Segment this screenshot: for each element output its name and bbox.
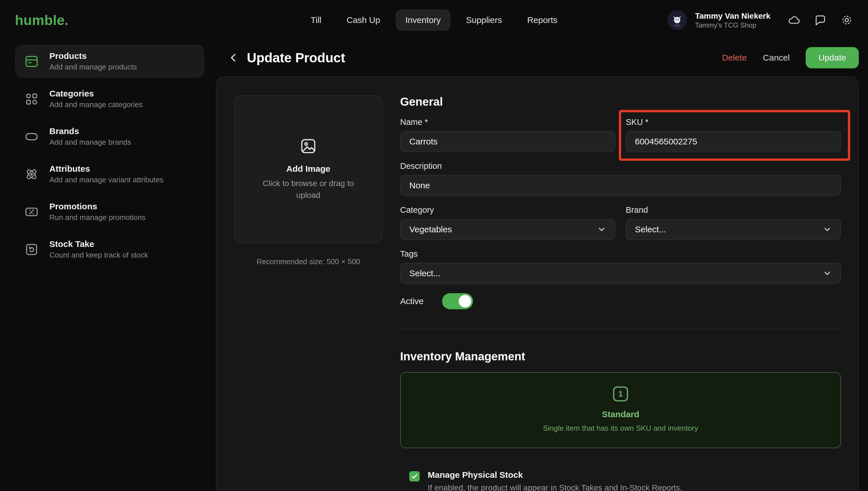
sidebar-item-title: Attributes bbox=[49, 164, 163, 174]
sidebar-item-title: Stock Take bbox=[49, 239, 148, 249]
product-form-card: Add Image Click to browse or drag to upl… bbox=[216, 76, 859, 491]
toggle-knob bbox=[459, 295, 471, 308]
type-card-subtitle: Single item that has its own SKU and inv… bbox=[543, 424, 698, 433]
upload-subtitle: Click to browse or drag to upload bbox=[257, 178, 359, 201]
active-toggle[interactable] bbox=[442, 293, 473, 309]
topbar-icons bbox=[788, 14, 853, 26]
active-row: Active bbox=[400, 293, 841, 309]
sidebar-item-subtitle: Add and manage brands bbox=[49, 138, 131, 147]
back-button[interactable] bbox=[224, 48, 243, 67]
chat-icon[interactable] bbox=[814, 14, 827, 26]
sidebar-item-title: Promotions bbox=[49, 202, 146, 211]
category-label: Category bbox=[400, 205, 616, 215]
cancel-button[interactable]: Cancel bbox=[763, 53, 790, 63]
standard-type-icon: 1 bbox=[613, 386, 628, 401]
nav-item-cash-up[interactable]: Cash Up bbox=[337, 9, 390, 31]
tags-field-group: Tags Select... bbox=[400, 249, 841, 284]
form-column: General Name * SKU * Descrip bbox=[400, 95, 841, 491]
name-field-group: Name * bbox=[400, 117, 616, 152]
name-input[interactable] bbox=[400, 131, 616, 152]
nav-item-inventory[interactable]: Inventory bbox=[395, 9, 450, 31]
sidebar-item-subtitle: Run and manage promotions bbox=[49, 213, 146, 222]
sidebar-item-promotions[interactable]: Promotions Run and manage promotions bbox=[15, 195, 204, 228]
sidebar-item-subtitle: Count and keep track of stock bbox=[49, 251, 148, 260]
nav-item-suppliers[interactable]: Suppliers bbox=[456, 9, 512, 31]
humble-logo: humble. bbox=[15, 12, 69, 28]
brand-label: Brand bbox=[626, 205, 841, 215]
sidebar: Products Add and manage products Categor… bbox=[0, 40, 216, 491]
brand-select-value: Select... bbox=[635, 225, 666, 234]
sidebar-item-attributes[interactable]: Attributes Add and manage variant attrib… bbox=[15, 157, 204, 191]
sidebar-item-subtitle: Add and manage products bbox=[49, 63, 137, 71]
sidebar-item-title: Categories bbox=[49, 89, 143, 98]
categories-icon bbox=[23, 92, 40, 107]
brands-icon bbox=[23, 129, 40, 144]
manage-stock-label: Manage Physical Stock bbox=[428, 470, 682, 480]
user-name: Tammy Van Niekerk bbox=[695, 11, 770, 21]
app-window: humble. Till Cash Up Inventory Suppliers… bbox=[0, 0, 868, 491]
delete-button[interactable]: Delete bbox=[722, 53, 747, 63]
nav-item-till[interactable]: Till bbox=[301, 9, 331, 31]
user-org: Tammy's TCG Shop bbox=[695, 21, 770, 30]
sidebar-item-stock-take[interactable]: Stock Take Count and keep track of stock bbox=[15, 233, 204, 266]
cloud-sync-icon[interactable] bbox=[788, 14, 800, 26]
header-actions: Delete Cancel Update bbox=[722, 47, 859, 68]
sidebar-item-subtitle: Add and manage categories bbox=[49, 100, 143, 109]
sidebar-item-title: Brands bbox=[49, 126, 131, 136]
update-button[interactable]: Update bbox=[806, 47, 859, 68]
description-input[interactable] bbox=[400, 175, 841, 196]
brand-select[interactable]: Select... bbox=[626, 219, 841, 240]
name-label: Name * bbox=[400, 117, 616, 127]
category-select[interactable]: Vegetables bbox=[400, 219, 616, 240]
tags-select-value: Select... bbox=[409, 268, 440, 278]
sku-input[interactable] bbox=[626, 131, 841, 152]
manage-stock-row: Manage Physical Stock If enabled, the pr… bbox=[409, 470, 841, 491]
type-card-title: Standard bbox=[602, 409, 639, 419]
image-column: Add Image Click to browse or drag to upl… bbox=[234, 95, 383, 266]
description-field-group: Description bbox=[400, 162, 841, 196]
tags-label: Tags bbox=[400, 249, 841, 259]
body-row: Products Add and manage products Categor… bbox=[0, 40, 868, 491]
manage-stock-checkbox[interactable] bbox=[409, 471, 420, 482]
sidebar-item-products[interactable]: Products Add and manage products bbox=[15, 45, 204, 78]
image-icon bbox=[300, 138, 317, 157]
tags-select[interactable]: Select... bbox=[400, 263, 841, 284]
manage-stock-description: If enabled, the product will appear in S… bbox=[428, 483, 682, 491]
sidebar-item-brands[interactable]: Brands Add and manage brands bbox=[15, 120, 204, 153]
product-type-standard-card[interactable]: 1 Standard Single item that has its own … bbox=[400, 372, 841, 448]
main-content: Update Product Delete Cancel Update Add … bbox=[216, 40, 868, 491]
main-nav: Till Cash Up Inventory Suppliers Reports bbox=[301, 9, 567, 31]
sidebar-item-categories[interactable]: Categories Add and manage categories bbox=[15, 82, 204, 115]
upload-hint: Recommended size: 500 × 500 bbox=[234, 257, 383, 266]
description-label: Description bbox=[400, 162, 841, 171]
sidebar-item-title: Products bbox=[49, 51, 137, 61]
settings-gear-icon[interactable] bbox=[840, 14, 853, 26]
category-field-group: Category Vegetables bbox=[400, 205, 616, 240]
sku-field-group: SKU * bbox=[626, 117, 841, 152]
section-divider bbox=[400, 329, 841, 329]
user-cluster: Tammy Van Niekerk Tammy's TCG Shop bbox=[667, 10, 853, 30]
chevron-down-icon bbox=[822, 269, 832, 278]
page-header: Update Product Delete Cancel Update bbox=[216, 40, 868, 74]
top-bar: humble. Till Cash Up Inventory Suppliers… bbox=[0, 0, 868, 40]
upload-title: Add Image bbox=[286, 164, 330, 174]
products-icon bbox=[23, 54, 40, 69]
promotions-icon bbox=[23, 204, 40, 220]
brand-field-group: Brand Select... bbox=[626, 205, 841, 240]
image-upload-dropzone[interactable]: Add Image Click to browse or drag to upl… bbox=[234, 95, 383, 243]
general-heading: General bbox=[400, 95, 841, 108]
attributes-icon bbox=[23, 167, 40, 182]
category-select-value: Vegetables bbox=[409, 225, 452, 234]
active-label: Active bbox=[400, 296, 424, 306]
chevron-down-icon bbox=[822, 225, 832, 234]
stock-take-icon bbox=[23, 242, 40, 257]
page-title: Update Product bbox=[247, 50, 345, 65]
chevron-down-icon bbox=[597, 225, 606, 234]
user-avatar[interactable] bbox=[667, 10, 687, 30]
inventory-heading: Inventory Management bbox=[400, 350, 841, 363]
user-info: Tammy Van Niekerk Tammy's TCG Shop bbox=[695, 11, 770, 30]
sidebar-item-subtitle: Add and manage variant attributes bbox=[49, 175, 163, 184]
nav-item-reports[interactable]: Reports bbox=[517, 9, 567, 31]
sku-label: SKU * bbox=[626, 117, 841, 127]
